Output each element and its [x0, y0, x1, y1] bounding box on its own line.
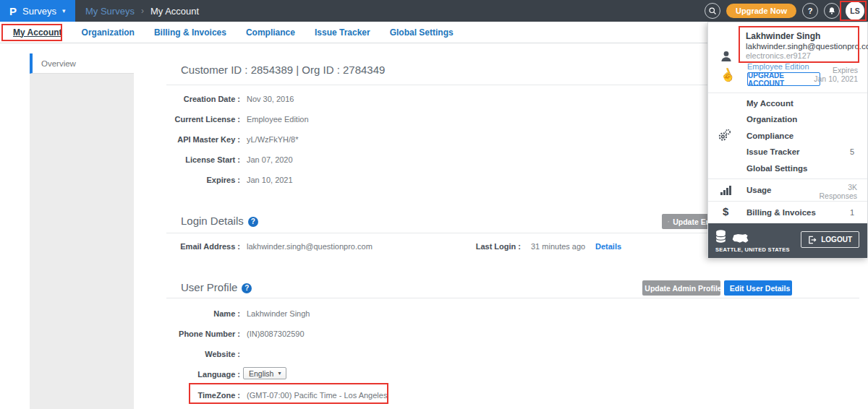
email-address-label: Email Address : — [87, 242, 240, 251]
expires-line2: Jan 10, 2021 — [814, 74, 858, 83]
phone-number-label: Phone Number : — [87, 330, 240, 338]
tab-compliance[interactable]: Compliance — [246, 27, 295, 38]
license-start-label: License Start : — [87, 155, 240, 164]
top-bar: P Surveys ▾ My Surveys › My Account Upgr… — [0, 0, 868, 22]
api-master-key-label: API Master Key : — [87, 135, 240, 144]
phone-number-value: (IN)8087302590 — [247, 330, 305, 338]
dropdown-item-label: Compliance — [746, 132, 854, 140]
usa-map-icon — [732, 233, 749, 244]
dropdown-item-billing-invoices[interactable]: Billing & Invoices 1 — [708, 201, 867, 223]
server-location-label: SEATTLE, UNITED STATES — [715, 246, 790, 253]
update-email-label: Update Em — [673, 218, 712, 226]
caret-down-icon: ▾ — [278, 370, 281, 376]
current-license-value: Employee Edition — [247, 115, 309, 124]
help-icon[interactable]: ? — [242, 283, 252, 293]
last-login-details-link[interactable]: Details — [595, 242, 621, 251]
timezone-label: TimeZone : — [87, 391, 240, 400]
edit-user-details-button[interactable]: Edit User Details — [724, 280, 792, 296]
dropdown-item-label: Issue Tracker — [746, 147, 850, 156]
creation-date-value: Nov 30, 2016 — [247, 95, 294, 103]
logout-button[interactable]: LOGOUT — [801, 231, 859, 248]
product-label: Surveys — [22, 6, 56, 17]
dropdown-item-compliance[interactable]: Compliance — [708, 128, 867, 144]
topbar-actions: Upgrade Now ? LS — [705, 0, 864, 22]
last-login-label: Last Login : — [409, 242, 521, 251]
expires-line1: Expires — [814, 66, 858, 74]
expires-value: Jan 10, 2021 — [247, 176, 293, 184]
language-select-value: English — [249, 369, 273, 378]
billing-count-badge: 1 — [850, 208, 854, 217]
dropdown-user-username: electronics.er9127 — [746, 51, 811, 60]
dropdown-item-label: Billing & Invoices — [746, 208, 850, 217]
edit-user-details-label: Edit User Details — [730, 284, 790, 293]
notifications-button[interactable] — [824, 3, 840, 19]
dropdown-item-label: Organization — [746, 115, 854, 124]
dropdown-item-issue-tracker[interactable]: Issue Tracker 5 — [708, 144, 867, 160]
dropdown-item-label: My Account — [746, 99, 854, 108]
breadcrumb: My Surveys › My Account — [85, 0, 199, 22]
tab-organization[interactable]: Organization — [82, 27, 135, 38]
upgrade-account-button[interactable]: UPGRADE ACCOUNT — [747, 72, 820, 86]
expires-label: Expires : — [87, 176, 240, 184]
dropdown-item-my-account[interactable]: My Account — [708, 95, 867, 111]
license-start-value: Jan 07, 2020 — [247, 155, 293, 164]
name-label: Name : — [87, 309, 240, 318]
issue-tracker-count-badge: 5 — [850, 147, 854, 156]
dropdown-user-email: lakhwinder.singh@questionpro.com — [746, 42, 868, 51]
account-dropdown-panel: Lakhwinder Singh lakhwinder.singh@questi… — [707, 22, 868, 257]
breadcrumb-parent-link[interactable]: My Surveys — [85, 6, 135, 17]
question-icon: ? — [808, 7, 813, 15]
person-icon — [720, 50, 733, 63]
dropdown-item-organization[interactable]: Organization — [708, 111, 867, 127]
server-location: SEATTLE, UNITED STATES — [715, 229, 790, 253]
sidebar-item-overview[interactable]: Overview — [30, 53, 134, 74]
dropdown-footer: SEATTLE, UNITED STATES LOGOUT — [708, 223, 867, 258]
dropdown-item-label: Global Settings — [746, 164, 854, 173]
update-admin-profile-label: Update Admin Profile — [644, 284, 720, 293]
logout-icon — [808, 236, 817, 244]
upgrade-now-button[interactable]: Upgrade Now — [726, 4, 796, 18]
dropdown-expires: Expires Jan 10, 2021 — [814, 66, 858, 83]
breadcrumb-separator-icon: › — [141, 6, 144, 16]
app-window: P Surveys ▾ My Surveys › My Account Upgr… — [0, 0, 868, 409]
tab-issue-tracker[interactable]: Issue Tracker — [315, 27, 370, 38]
website-label: Website : — [87, 350, 240, 358]
account-avatar[interactable]: LS — [846, 1, 864, 20]
page-title: Customer ID : 2854389 | Org ID : 2784349 — [181, 64, 385, 76]
dropdown-edition-link[interactable]: Employee Edition — [747, 62, 809, 71]
usage-count-line1: 3K — [819, 183, 857, 191]
update-admin-profile-button[interactable]: Update Admin Profile — [642, 280, 720, 296]
api-master-key-value: yL/WzFkYH/8* — [247, 135, 299, 144]
last-login-value: 31 minutes ago — [531, 242, 585, 251]
user-profile-title: User Profile? — [181, 281, 252, 293]
creation-date-label: Creation Date : — [87, 95, 240, 103]
usage-count-line2: Responses — [819, 191, 857, 200]
divider — [708, 92, 867, 93]
name-value: Lakhwinder Singh — [247, 309, 310, 318]
help-icon[interactable]: ? — [248, 217, 258, 227]
caret-down-icon: ▾ — [62, 7, 66, 14]
sidebar-item-label: Overview — [41, 59, 76, 68]
login-details-title: Login Details? — [181, 215, 258, 227]
user-profile-title-text: User Profile — [181, 281, 237, 293]
dropdown-user-name: Lakhwinder Singh — [746, 31, 820, 41]
tab-billing-invoices[interactable]: Billing & Invoices — [154, 27, 226, 38]
tab-my-account[interactable]: My Account — [13, 27, 62, 38]
help-button[interactable]: ? — [802, 3, 818, 19]
edit-icon — [668, 218, 669, 225]
search-button[interactable] — [705, 3, 720, 19]
email-address-value: lakhwinder.singh@questionpro.com — [247, 242, 373, 251]
language-select[interactable]: English ▾ — [243, 367, 286, 379]
divider — [166, 298, 859, 298]
logout-label: LOGOUT — [821, 236, 852, 244]
tab-global-settings[interactable]: Global Settings — [390, 27, 454, 38]
language-label: Language : — [87, 370, 240, 379]
breadcrumb-current: My Account — [150, 6, 199, 17]
product-menu-button[interactable]: P Surveys ▾ — [0, 0, 75, 22]
dropdown-item-global-settings[interactable]: Global Settings — [708, 160, 867, 176]
current-license-label: Current License : — [87, 115, 240, 124]
timezone-value: (GMT-07:00) Pacific Time - Los Angeles — [247, 391, 387, 400]
database-icon — [715, 230, 726, 244]
questionpro-logo: P — [9, 5, 17, 17]
login-details-title-text: Login Details — [181, 215, 244, 227]
